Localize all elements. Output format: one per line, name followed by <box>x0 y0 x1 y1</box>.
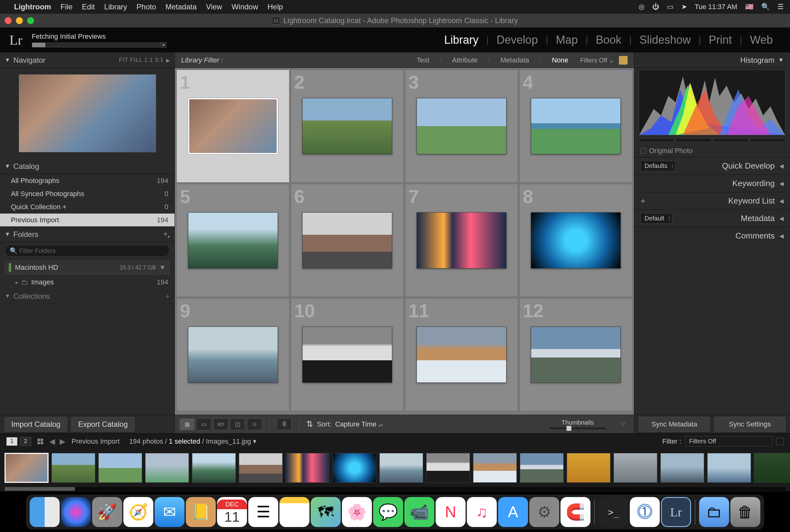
add-folder-button[interactable]: +▾ <box>163 229 170 239</box>
grid-view[interactable]: 1 2 3 4 5 6 7 8 9 10 11 12 <box>175 68 634 415</box>
catalog-previous-import[interactable]: Previous Import194 <box>0 213 174 227</box>
navigator-zoom-opts[interactable]: FIT FILL 1:1 3:1 <box>119 57 164 63</box>
navigator-header[interactable]: ▼ Navigator FIT FILL 1:1 3:1 ▸ <box>0 53 174 68</box>
filmstrip-thumb[interactable] <box>5 453 49 483</box>
nav-back-button[interactable]: ◀ <box>49 437 55 446</box>
dock-lightroom[interactable]: Lr <box>661 497 691 527</box>
grid-cell-9[interactable]: 9 <box>176 298 289 411</box>
grid-view-button[interactable]: ▦ <box>180 418 194 430</box>
loupe-view-button[interactable]: ▭ <box>196 418 211 430</box>
dock-news[interactable]: N <box>436 497 466 527</box>
dock-safari[interactable]: 🧭 <box>123 497 153 527</box>
volume-row[interactable]: Macintosh HD15.3 / 42.7 GB▼ <box>5 261 170 274</box>
jump-grid-icon[interactable] <box>37 439 43 444</box>
keyword-list-header[interactable]: +Keyword List◀ <box>634 192 790 209</box>
toolbar-collapse-button[interactable]: ▽ <box>617 420 629 429</box>
main-window-button[interactable]: 1 <box>6 437 18 446</box>
grid-cell-5[interactable]: 5 <box>176 184 289 297</box>
dock-downloads[interactable]: 🗀 <box>699 497 729 527</box>
module-slideshow[interactable]: Slideshow <box>632 33 698 46</box>
dock-messages[interactable]: 💬 <box>373 497 403 527</box>
collections-header[interactable]: ▼Collections + <box>0 288 174 304</box>
window-close-button[interactable] <box>5 17 12 24</box>
dock-finder[interactable] <box>30 497 60 527</box>
dock-trash[interactable]: 🗑 <box>730 497 760 527</box>
dock-mail[interactable]: ✉ <box>154 497 185 527</box>
grid-cell-7[interactable]: 7 <box>405 184 518 297</box>
sync-metadata-button[interactable]: Sync Metadata <box>639 417 710 432</box>
cursor-icon[interactable]: ➤ <box>681 3 687 11</box>
app-menu[interactable]: Lightroom <box>14 2 51 11</box>
menu-view[interactable]: View <box>206 2 222 11</box>
filmstrip-thumb[interactable] <box>473 453 517 483</box>
export-catalog-button[interactable]: Export Catalog <box>72 417 134 432</box>
dock-reminders[interactable]: ☰ <box>248 497 278 527</box>
grid-cell-11[interactable]: 11 <box>405 298 518 411</box>
window-maximize-button[interactable] <box>27 17 34 24</box>
dock-maps[interactable]: 🗺 <box>311 497 341 527</box>
import-catalog-button[interactable]: Import Catalog <box>5 417 67 432</box>
sync-settings-button[interactable]: Sync Settings <box>714 417 785 432</box>
compare-view-button[interactable]: X|Y <box>213 418 228 430</box>
menu-library[interactable]: Library <box>104 2 127 11</box>
filmstrip-thumb[interactable] <box>52 453 95 483</box>
histogram-channel-toggles[interactable] <box>639 138 785 145</box>
grid-cell-4[interactable]: 4 <box>519 70 632 183</box>
dock-contacts[interactable]: 📒 <box>186 497 216 527</box>
filmstrip-thumb[interactable] <box>614 453 657 483</box>
grid-cell-1[interactable]: 1 <box>176 70 289 183</box>
menu-photo[interactable]: Photo <box>136 2 156 11</box>
nav-forward-button[interactable]: ▶ <box>60 437 65 446</box>
dock-magnet[interactable]: 🧲 <box>561 497 590 527</box>
original-photo-checkbox[interactable]: Original Photo <box>634 145 790 157</box>
dock-appstore[interactable]: A <box>498 497 528 527</box>
metadata-preset-dropdown[interactable]: Default <box>640 213 672 224</box>
dock-launchpad[interactable]: 🚀 <box>92 497 122 527</box>
filmstrip-thumb[interactable] <box>192 453 236 483</box>
grid-cell-12[interactable]: 12 <box>519 298 632 411</box>
cc-icon[interactable]: ◎ <box>639 3 644 11</box>
filmstrip-thumb[interactable] <box>286 453 330 483</box>
histogram-header[interactable]: Histogram▼ <box>634 53 790 68</box>
power-icon[interactable]: ⏻ <box>652 3 659 11</box>
second-window-button[interactable]: 2 <box>20 437 31 446</box>
dock-1password[interactable]: ⓵ <box>630 497 660 527</box>
comments-header[interactable]: Comments◀ <box>634 227 790 245</box>
dock-photos[interactable]: 🌸 <box>342 497 372 527</box>
filter-metadata[interactable]: Metadata <box>498 55 532 65</box>
catalog-synced[interactable]: All Synced Photographs0 <box>0 187 174 201</box>
navigator-preview[interactable] <box>19 74 156 152</box>
filmstrip-thumb[interactable] <box>754 453 790 483</box>
filmstrip-thumb[interactable] <box>567 453 610 483</box>
add-keyword-button[interactable]: + <box>640 196 645 206</box>
dock-preferences[interactable]: ⚙ <box>529 497 559 527</box>
filter-lock-icon[interactable] <box>619 56 628 64</box>
metadata-header[interactable]: DefaultMetadata◀ <box>634 209 790 227</box>
module-library[interactable]: Library <box>436 33 486 46</box>
dock-notes[interactable] <box>280 497 309 527</box>
displays-icon[interactable]: ▭ <box>667 3 674 11</box>
grid-cell-10[interactable]: 10 <box>291 298 404 411</box>
menu-window[interactable]: Window <box>231 2 258 11</box>
menu-edit[interactable]: Edit <box>82 2 95 11</box>
filter-none[interactable]: None <box>549 55 571 65</box>
filmstrip-filter-dropdown[interactable]: Filters Off <box>685 436 772 446</box>
filmstrip-thumb[interactable] <box>707 453 751 483</box>
catalog-header[interactable]: ▼Catalog <box>0 158 174 174</box>
spotlight-icon[interactable]: 🔍 <box>761 3 770 11</box>
sort-dropdown[interactable]: Capture Time ▴▾ <box>335 420 382 428</box>
grid-cell-3[interactable]: 3 <box>405 70 518 183</box>
module-map[interactable]: Map <box>548 33 585 46</box>
source-indicator[interactable]: Previous Import 194 photos / 1 selected … <box>72 437 256 445</box>
folders-header[interactable]: ▼Folders +▾ <box>0 227 174 242</box>
thumbnail-size-slider[interactable] <box>549 428 606 429</box>
grid-cell-6[interactable]: 6 <box>291 184 404 297</box>
dock-facetime[interactable]: 📹 <box>405 497 434 527</box>
filmstrip-scrollbar[interactable] <box>0 487 790 491</box>
filter-text[interactable]: Text <box>414 55 432 65</box>
filmstrip-filter-toggle[interactable] <box>776 438 784 445</box>
catalog-all-photos[interactable]: All Photographs194 <box>0 174 174 187</box>
grid-cell-2[interactable]: 2 <box>291 70 404 183</box>
filmstrip-thumb[interactable] <box>660 453 704 483</box>
menu-help[interactable]: Help <box>268 2 283 11</box>
